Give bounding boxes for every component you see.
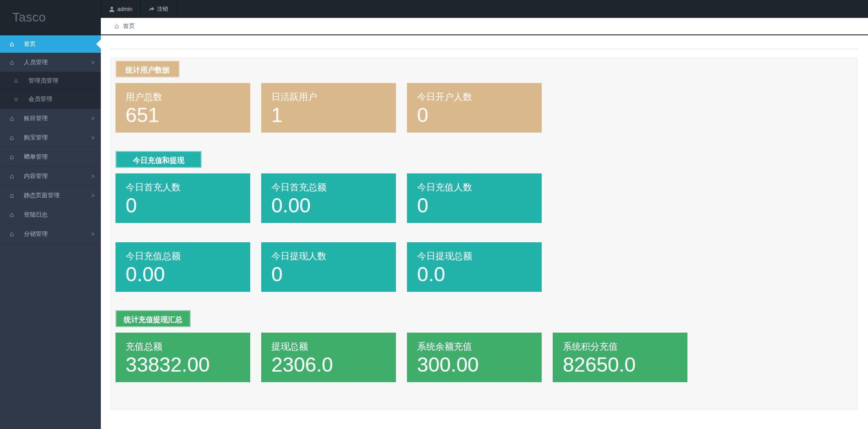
breadcrumb-home-link[interactable]: 首页 [123, 22, 135, 30]
chevron-right-icon: > [91, 134, 94, 141]
card-row: 今日充值总额 0.00 今日提现人数 0 今日提现总额 0.0 [115, 242, 852, 292]
card-row: 今日首充人数 0 今日首充总额 0.00 今日充值人数 0 [115, 173, 852, 223]
stat-card-value: 2306.0 [271, 353, 396, 376]
stat-card-value: 0 [126, 194, 250, 217]
app-logo-text: Tasco [12, 11, 46, 25]
stat-card-value: 300.00 [417, 353, 542, 376]
section-today-recharge-withdraw: 今日充值和提现 今日首充人数 0 今日首充总额 0.00 今日充值人数 0 今日… [115, 151, 852, 292]
stat-card-value: 1 [271, 104, 396, 127]
stat-card: 今日开户人数 0 [407, 83, 542, 133]
stat-card: 用户总数 651 [115, 83, 250, 133]
stat-card-value: 0.0 [417, 263, 542, 286]
stat-card: 提现总额 2306.0 [261, 333, 396, 382]
stat-card: 今日提现总额 0.0 [407, 242, 542, 292]
section-label: 统计充值提现汇总 [115, 310, 191, 327]
sidebar-item-label: 登陆日志 [24, 211, 94, 219]
stat-card-title: 今日首充总额 [271, 181, 396, 194]
main-content: 统计用户数据 用户总数 651 日活跃用户 1 今日开户人数 0 今日充值和提现… [101, 36, 868, 429]
sidebar-item-label: 内容管理 [24, 172, 91, 180]
stat-card-title: 用户总数 [126, 91, 250, 103]
home-icon: ⌂ [10, 153, 20, 161]
sidebar-item-人员管理[interactable]: ⌂ 人员管理 > [0, 53, 101, 72]
home-icon: ⌂ [10, 134, 20, 142]
current-user-label: admin [117, 6, 132, 12]
section-recharge-withdraw-summary: 统计充值提现汇总 充值总额 33832.00 提现总额 2306.0 系统余额充… [115, 310, 852, 382]
sidebar-item-label: 晒单管理 [24, 153, 94, 161]
app-logo: Tasco [0, 0, 101, 35]
stat-card-value: 0 [417, 194, 542, 217]
stat-card: 充值总额 33832.00 [115, 333, 250, 382]
section-label: 统计用户数据 [115, 61, 180, 78]
sidebar-item-分销管理[interactable]: ⌂ 分销管理 > [0, 224, 101, 244]
logout-button[interactable]: 注销 [141, 0, 176, 18]
logout-icon [148, 6, 154, 11]
sidebar-submenu: ⌂ 管理员管理 ⌂ 会员管理 [0, 72, 101, 109]
logout-label: 注销 [157, 5, 168, 13]
home-icon: ⌂ [10, 172, 20, 180]
stat-card-title: 今日充值人数 [417, 181, 542, 194]
stat-card: 今日提现人数 0 [261, 242, 396, 292]
home-icon: ⌂ [10, 40, 20, 48]
stat-card-title: 日活跃用户 [271, 91, 396, 103]
chevron-right-icon: > [91, 114, 94, 122]
home-icon: ⌂ [10, 230, 20, 238]
section-user-stats: 统计用户数据 用户总数 651 日活跃用户 1 今日开户人数 0 [115, 61, 852, 133]
sidebar-item-首页[interactable]: ⌂ 首页 [0, 35, 101, 53]
stat-card-title: 系统积分充值 [563, 340, 687, 353]
top-navbar: admin 注销 [101, 0, 868, 18]
home-icon: ⌂ [10, 211, 20, 219]
chevron-right-icon: > [91, 172, 94, 180]
stat-card: 系统余额充值 300.00 [407, 333, 542, 382]
stat-card-value: 0 [271, 263, 396, 286]
user-icon [109, 6, 115, 12]
sidebar-menu: ⌂ 首页 ⌂ 人员管理 > ⌂ 管理员管理 ⌂ 会员管理 ⌂ 账目管理 > ⌂ … [0, 35, 101, 244]
stat-card-title: 提现总额 [271, 340, 396, 353]
home-icon: ⌂ [14, 77, 24, 84]
home-icon: ⌂ [10, 114, 20, 123]
stat-card-value: 0.00 [271, 194, 396, 217]
chevron-right-icon: > [91, 230, 94, 238]
stat-card: 今日首充人数 0 [115, 173, 250, 223]
sidebar-item-label: 会员管理 [28, 95, 94, 103]
content-divider [110, 49, 858, 49]
home-icon: ⌂ [14, 95, 24, 102]
chevron-right-icon: > [91, 58, 94, 66]
sidebar-item-label: 静态页面管理 [24, 191, 91, 200]
stat-card-value: 33832.00 [126, 353, 250, 376]
sidebar-item-静态页面管理[interactable]: ⌂ 静态页面管理 > [0, 186, 101, 205]
home-icon: ⌂ [10, 58, 20, 67]
stat-card-value: 0 [417, 104, 542, 127]
home-icon: ⌂ [10, 191, 20, 200]
sidebar-item-label: 首页 [24, 40, 94, 48]
stat-card-title: 今日首充人数 [126, 181, 250, 194]
stat-card-title: 充值总额 [126, 340, 250, 353]
card-row: 充值总额 33832.00 提现总额 2306.0 系统余额充值 300.00 … [115, 333, 852, 382]
sidebar-item-晒单管理[interactable]: ⌂ 晒单管理 [0, 147, 101, 167]
current-user-button[interactable]: admin [101, 0, 141, 18]
stat-card-value: 0.00 [126, 263, 250, 286]
stat-card: 日活跃用户 1 [261, 83, 396, 133]
breadcrumb: ⌂ 首页 [101, 18, 868, 35]
sidebar-item-登陆日志[interactable]: ⌂ 登陆日志 [0, 205, 101, 224]
sidebar-item-label: 账目管理 [24, 114, 91, 123]
stat-card: 系统积分充值 82650.0 [553, 333, 687, 382]
sidebar-item-label: 人员管理 [24, 58, 91, 67]
sidebar: Tasco ⌂ 首页 ⌂ 人员管理 > ⌂ 管理员管理 ⌂ 会员管理 ⌂ 账目管… [0, 0, 101, 429]
sidebar-item-label: 购宝管理 [24, 134, 91, 142]
stat-card-value: 82650.0 [563, 353, 687, 376]
sidebar-item-label: 分销管理 [24, 230, 91, 238]
sidebar-item-管理员管理[interactable]: ⌂ 管理员管理 [0, 72, 101, 89]
stat-card-value: 651 [126, 104, 250, 127]
stat-card-title: 今日提现人数 [271, 250, 396, 262]
stat-card-title: 系统余额充值 [417, 340, 542, 353]
section-label: 今日充值和提现 [115, 151, 202, 168]
stat-card-title: 今日提现总额 [417, 250, 542, 262]
stat-card-title: 今日充值总额 [126, 250, 250, 262]
stat-card: 今日首充总额 0.00 [261, 173, 396, 223]
sidebar-item-购宝管理[interactable]: ⌂ 购宝管理 > [0, 128, 101, 147]
sidebar-item-账目管理[interactable]: ⌂ 账目管理 > [0, 109, 101, 128]
chevron-right-icon: > [91, 191, 94, 199]
sidebar-item-会员管理[interactable]: ⌂ 会员管理 [0, 89, 101, 109]
sidebar-item-内容管理[interactable]: ⌂ 内容管理 > [0, 167, 101, 186]
stat-card: 今日充值总额 0.00 [115, 242, 250, 292]
